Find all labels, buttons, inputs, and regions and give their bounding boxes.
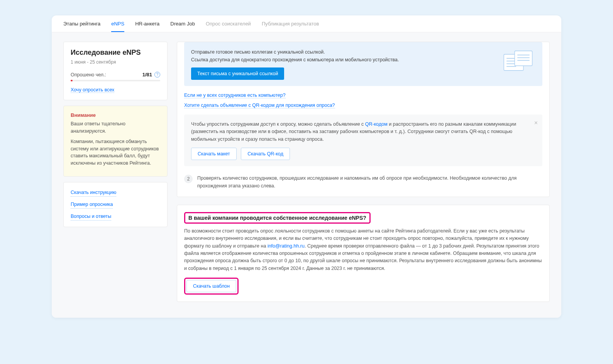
research-title: Исследование eNPS (71, 48, 160, 57)
step-2-text: Проверять количество сотрудников, прошед… (197, 175, 542, 190)
content-area: Исследование eNPS 1 июня - 25 сентября О… (52, 32, 561, 318)
unique-link-box: Отправьте готовое письмо коллегам с уник… (184, 42, 542, 86)
warning-text: Ваши ответы тщательно анализируются. Ком… (71, 120, 160, 167)
qr-code-inline-link[interactable]: QR-кодом (365, 121, 388, 127)
download-template-button[interactable]: Скачать шаблон (186, 280, 236, 292)
main-column: Отправьте готовое письмо коллегам с уник… (177, 42, 550, 302)
own-research-panel: В вашей компании проводится собственное … (177, 205, 550, 302)
survey-sample-link[interactable]: Пример опросника (71, 201, 113, 209)
blue-box-line2: Ссылка доступна для однократного прохожд… (191, 57, 399, 62)
progress-bar (71, 80, 160, 81)
faq-link[interactable]: Вопросы и ответы (71, 212, 111, 221)
download-template-highlight: Скачать шаблон (184, 278, 239, 295)
sidebar-links-card: Скачать инструкцию Пример опросника Вопр… (63, 182, 168, 227)
own-research-body: По возможности стоит проводить опрос лоя… (184, 228, 542, 272)
research-dates: 1 июня - 25 сентября (71, 59, 160, 65)
step-number-badge: 2 (184, 175, 193, 183)
letter-with-link-button[interactable]: Текст письма с уникальной ссылкой (191, 67, 284, 80)
download-qr-button[interactable]: Скачать QR-код (241, 148, 290, 160)
survey-distribution-panel: Отправьте готовое письмо коллегам с уник… (177, 42, 550, 197)
tab-enps[interactable]: eNPS (111, 21, 124, 32)
app-frame: Этапы рейтинга eNPS HR-анкета Dream Job … (52, 15, 561, 318)
letter-illustration-icon (501, 48, 535, 75)
want-survey-all-link[interactable]: Хочу опросить всех (71, 87, 114, 93)
qr-announcement-link[interactable]: Хотите сделать объявление с QR-кодом для… (184, 103, 335, 108)
blue-box-line1: Отправьте готовое письмо коллегам с уник… (191, 49, 325, 55)
qr-info-text-pre: Чтобы упростить сотрудникам доступ к опр… (191, 121, 365, 127)
stat-label: Опрошено чел.: (71, 72, 106, 78)
no-computer-link[interactable]: Если не у всех сотрудников есть компьюте… (184, 93, 286, 98)
tab-publication: Публикация результатов (262, 21, 319, 32)
step-2-row: 2 Проверять количество сотрудников, прош… (177, 173, 549, 197)
research-summary-card: Исследование eNPS 1 июня - 25 сентября О… (63, 42, 168, 100)
stat-value: 1/81 (142, 72, 152, 78)
qr-info-box: × Чтобы упростить сотрудникам доступ к о… (184, 115, 542, 166)
rating-email-link[interactable]: info@rating.hh.ru (268, 243, 305, 249)
help-icon[interactable]: ? (154, 72, 160, 78)
warning-card: Внимание Ваши ответы тщательно анализиру… (63, 106, 168, 177)
close-icon[interactable]: × (534, 118, 538, 128)
svg-rect-5 (515, 51, 532, 66)
sidebar: Исследование eNPS 1 июня - 25 сентября О… (63, 42, 168, 302)
tab-bar: Этапы рейтинга eNPS HR-анкета Dream Job … (52, 15, 561, 32)
progress-fill (71, 80, 73, 81)
tab-hr[interactable]: HR-анкета (135, 21, 159, 32)
tab-dreamjob[interactable]: Dream Job (170, 21, 195, 32)
warning-title: Внимание (71, 112, 160, 118)
tab-applicants: Опрос соискателей (206, 21, 251, 32)
tab-stages[interactable]: Этапы рейтинга (63, 21, 100, 32)
download-layout-button[interactable]: Скачать макет (191, 148, 237, 160)
download-instruction-link[interactable]: Скачать инструкцию (71, 189, 116, 197)
own-research-title: В вашей компании проводится собственное … (184, 212, 371, 224)
